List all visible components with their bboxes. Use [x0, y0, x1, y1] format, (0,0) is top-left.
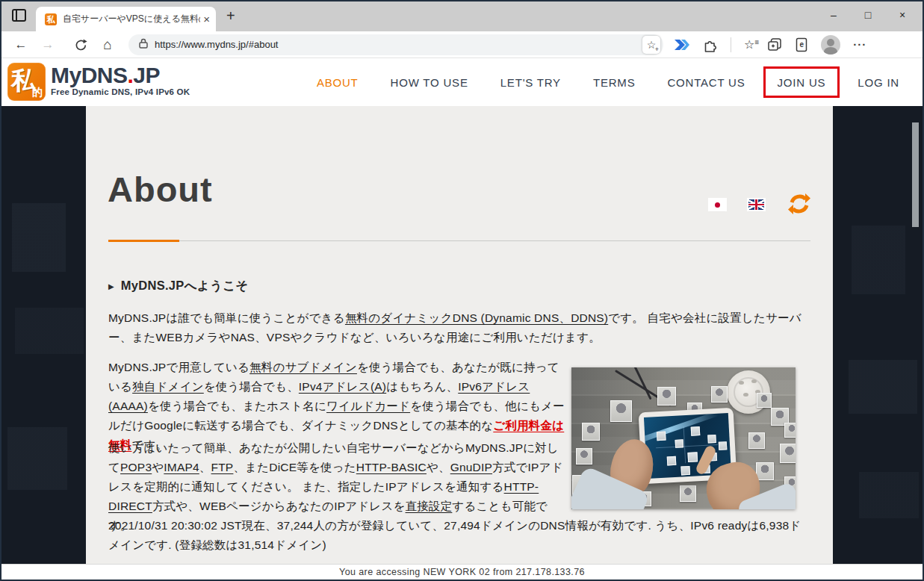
collections-icon[interactable] [767, 37, 782, 52]
reload-stats-icon[interactable] [788, 193, 810, 215]
nav-terms[interactable]: TERMS [593, 76, 636, 89]
inline-link[interactable]: GnuDIP [450, 461, 492, 473]
nav-label: ABOUT [317, 76, 359, 89]
people-network-photo [571, 367, 796, 509]
screen-portrait-thumbnail [675, 439, 684, 448]
power-automate-icon[interactable] [674, 38, 690, 52]
inline-link[interactable]: POP3 [120, 461, 152, 473]
paragraph-intro: MyDNS.JPは誰でも簡単に使うことができる無料のダイナミックDNS (Dyn… [108, 308, 804, 347]
text-run: はもちろん、 [386, 380, 458, 393]
maximize-button[interactable]: □ [851, 1, 885, 30]
screen-portrait-thumbnail [687, 452, 698, 462]
tab-close-icon[interactable]: × [203, 13, 210, 25]
site-favicon: 私 [45, 13, 57, 25]
tab-actions-icon[interactable] [12, 9, 26, 22]
nav-about[interactable]: ABOUT [317, 76, 359, 89]
toolbar-divider [731, 37, 731, 52]
inline-link[interactable]: FTP [211, 461, 234, 473]
window-controls: – □ × [816, 1, 920, 30]
portrait-thumbnail [680, 485, 696, 502]
site-logo[interactable]: 私 的 MyDNS.JP Free Dynamic DNS, IPv4 IPv6… [7, 63, 190, 101]
text-run: 、またDiCE等を使った [233, 461, 356, 473]
screen-portrait-thumbnail [667, 456, 677, 466]
nav-label: HOW TO USE [391, 76, 468, 89]
new-tab-icon[interactable]: + [226, 7, 235, 25]
logo-mark: 私 的 [7, 63, 46, 101]
inline-link[interactable]: ワイルドカード [326, 400, 410, 412]
site-header: 私 的 MyDNS.JP Free Dynamic DNS, IPv4 IPv6… [1, 58, 923, 106]
inline-link[interactable]: 独自ドメイン [132, 380, 204, 393]
page-viewport: About ▶ MyDNS.JPへようこそ MyDNS.JPは誰でも簡単に使うこ… [1, 106, 923, 580]
section-divider [108, 240, 810, 241]
portrait-thumbnail [780, 444, 796, 463]
screen-portrait-thumbnail [707, 435, 716, 444]
scrollbar-thumb[interactable] [912, 122, 919, 227]
tab-strip: 私 自宅サーバーやVPSに使える無料のダ × + – □ × [1, 1, 923, 31]
content-panel: About ▶ MyDNS.JPへようこそ MyDNS.JPは誰でも簡単に使うこ… [86, 106, 833, 564]
portrait-thumbnail [756, 462, 774, 480]
browser-tab[interactable]: 私 自宅サーバーやVPSに使える無料のダ × [36, 7, 216, 31]
favorites-icon[interactable]: ☆ ≡ [744, 39, 754, 51]
text-run: 方式や、WEBページからあなたのIPアドレスを [152, 500, 406, 512]
screen-portrait-thumbnail [691, 426, 701, 436]
close-button[interactable]: × [885, 1, 920, 30]
logo-name: MyDNS.JP [51, 64, 190, 87]
inline-link[interactable]: HTTP-BASIC [356, 461, 427, 473]
inline-link[interactable]: IPv4アドレス(A) [299, 380, 386, 393]
inline-link[interactable]: 直接設定 [406, 500, 453, 512]
text-run: 、 [199, 461, 211, 473]
text-run: や、 [427, 461, 450, 473]
refresh-icon[interactable] [67, 37, 94, 52]
tab-title: 自宅サーバーやVPSに使える無料のダ [63, 13, 200, 25]
nav-join-us[interactable]: JOIN US [778, 76, 826, 89]
home-icon[interactable]: ⌂ [94, 37, 121, 53]
section-marker-icon: ▶ [108, 282, 114, 290]
nav-log-in[interactable]: LOG IN [858, 76, 899, 89]
uk-flag-icon[interactable] [748, 199, 764, 210]
nav-label: CONTACT US [667, 76, 745, 89]
portrait-thumbnail [784, 423, 796, 438]
browser-toolbar: ← → ⌂ https://www.mydns.jp/#about ☆ + [1, 31, 923, 58]
nav-let-s-try[interactable]: LET'S TRY [500, 76, 561, 89]
inline-link[interactable]: 無料のサブドメイン [249, 361, 357, 373]
text-run: を使う場合でも、またホスト名に [148, 400, 326, 412]
text-run: MyDNS.JPは誰でも簡単に使うことができる [108, 311, 345, 324]
nav-contact-us[interactable]: CONTACT US [667, 76, 745, 89]
toolbar-extensions: ☆ ≡ e ··· [674, 35, 866, 55]
back-icon[interactable]: ← [7, 37, 34, 52]
nav-how-to-use[interactable]: HOW TO USE [391, 76, 468, 89]
profile-avatar[interactable] [821, 35, 840, 55]
logo-tagline: Free Dynamic DNS, IPv4 IPv6 OK [51, 87, 190, 96]
url-text[interactable]: https://www.mydns.jp/#about [155, 39, 642, 50]
portrait-thumbnail [711, 386, 728, 403]
address-bar[interactable]: https://www.mydns.jp/#about ☆ + [128, 34, 663, 55]
extensions-puzzle-icon[interactable] [703, 37, 718, 52]
japan-flag-icon[interactable] [710, 199, 725, 210]
page-title: About [108, 169, 213, 210]
forward-icon[interactable]: → [34, 37, 61, 52]
nav-label: LET'S TRY [500, 76, 561, 89]
nav-label: LOG IN [858, 76, 899, 89]
ie-mode-icon[interactable]: e [795, 37, 808, 52]
logo-text: MyDNS.JP Free Dynamic DNS, IPv4 IPv6 OK [51, 63, 190, 101]
portrait-thumbnail [657, 387, 676, 406]
favorite-add-icon[interactable]: ☆ + [642, 36, 660, 54]
section-heading: ▶ MyDNS.JPへようこそ [108, 278, 249, 294]
inline-link[interactable]: 無料のダイナミックDNS (Dynamic DNS、DDNS) [345, 311, 608, 324]
settings-menu-icon[interactable]: ··· [853, 38, 866, 51]
portrait-thumbnail [748, 432, 765, 449]
portrait-thumbnail [757, 393, 772, 408]
text-run: を使う場合でも、 [204, 380, 299, 393]
inline-link[interactable]: IMAP4 [164, 461, 199, 473]
server-status-bar: You are accessing NEW YORK 02 from 217.1… [1, 564, 923, 580]
minimize-button[interactable]: – [816, 1, 851, 30]
screen-portrait-thumbnail [719, 441, 728, 450]
screen-portrait-thumbnail [657, 432, 666, 441]
paragraph-stats: 2021/10/31 20:30:02 JST現在、37,244人の方が登録して… [108, 516, 804, 555]
text-run: MyDNS.JPで用意している [108, 361, 249, 373]
lock-icon [139, 38, 148, 52]
section-divider-accent [108, 240, 179, 242]
text-run: 2021/10/31 20:30:02 JST現在、37,244人の方が登録して… [108, 519, 801, 551]
portrait-thumbnail [582, 423, 600, 441]
nav-label: JOIN US [778, 76, 826, 89]
